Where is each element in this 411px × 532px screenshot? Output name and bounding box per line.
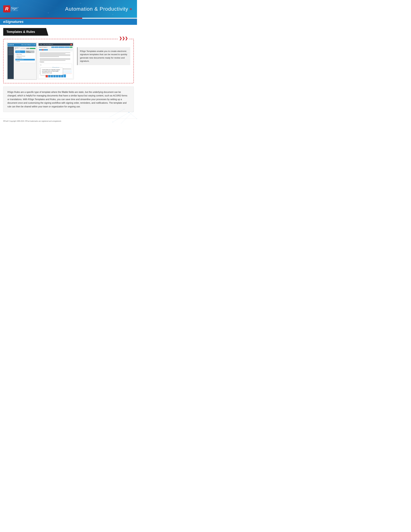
callout-text: Control fields are magically mapped and … — [42, 69, 60, 74]
svg-point-16 — [124, 109, 124, 109]
svg-line-0 — [16, 2, 48, 13]
text-line-8 — [40, 60, 65, 61]
tool-icon-5[interactable] — [45, 49, 46, 50]
logo-r-letter: R — [3, 5, 10, 12]
nav-dot-3 — [11, 44, 12, 45]
logo-text: Sign™ by RPOST — [11, 7, 19, 11]
screenshot-area: Hello, Alice Williams ▼ ⊕ ✖ — [7, 42, 74, 80]
next-btn[interactable]: Next — [70, 47, 72, 48]
sidebar-item-3[interactable] — [8, 51, 13, 52]
dashed-box: ❯❯❯ — [3, 39, 134, 83]
app-body: Template: A - Z — [8, 47, 36, 79]
section-header: Templates & Rules — [3, 28, 48, 36]
text-line-1 — [40, 52, 70, 53]
doc-breadcrumb: Step 2/3: Prepare > — [39, 47, 47, 48]
sidebar-item-5[interactable] — [8, 54, 13, 55]
template-list-screenshot: Hello, Alice Williams ▼ ⊕ ✖ — [7, 42, 37, 80]
nav-dot-1 — [8, 44, 9, 45]
svg-line-12 — [110, 109, 124, 117]
save-draft-btn[interactable] — [30, 48, 36, 49]
app-nav-dots — [8, 44, 14, 45]
logo-bypost: by RPOST — [11, 10, 19, 11]
app-screenshot-2: R Sign Hello, Alice Williams ▼ ✖ Step 2/… — [38, 42, 74, 79]
text-line-2 — [40, 53, 65, 54]
app-sidebar — [8, 47, 14, 79]
right-text-content: RSign Templates enable you to create ele… — [80, 50, 127, 62]
template-item-4[interactable]: NDA Agreement — [15, 59, 35, 61]
doc-header-left: R Sign Hello, Alice Williams ▼ — [39, 44, 53, 45]
icons-toolbar — [38, 49, 73, 51]
esignatures-bar: eSignatures — [0, 19, 137, 25]
page-header: R Sign™ by RPOST Automation & Productivi… — [0, 0, 137, 18]
tool-icon-2[interactable] — [41, 49, 42, 50]
header-title: Automation & Productivity » — [65, 6, 132, 12]
template-item-5[interactable]: Accord — [15, 61, 35, 62]
nav-dot-2 — [10, 44, 11, 45]
sidebar-item-4[interactable] — [8, 52, 13, 54]
doc-header-right: ✖ — [70, 44, 72, 45]
esignatures-label: eSignatures — [3, 20, 24, 24]
text-line-6 — [40, 58, 70, 59]
svg-line-10 — [129, 112, 137, 119]
template-item-3[interactable]: ACORD Pa... — [15, 57, 35, 59]
footer-text: RPost© Copyright 1999-2024. RPost tradem… — [3, 120, 61, 122]
clear-btn[interactable]: Clear — [51, 47, 54, 48]
sidebar-item-1[interactable] — [8, 48, 13, 49]
sidebar-item-2[interactable] — [8, 49, 13, 50]
dashed-box-chevrons: ❯❯❯ — [118, 36, 129, 40]
screenshot-row: Hello, Alice Williams ▼ ⊕ ✖ — [7, 42, 74, 80]
doc-actions: Clear Discard Save as Draft View PDF Nex… — [51, 47, 72, 48]
dropdown-area: Template: A - Z — [15, 48, 36, 49]
tab-master[interactable]: Master Templates — [26, 50, 35, 53]
tool-icon-4[interactable] — [44, 49, 45, 50]
viewpdf-btn[interactable]: View PDF — [65, 47, 69, 48]
section-title: Templates & Rules — [6, 30, 35, 34]
close-btn[interactable]: ✖ — [70, 44, 72, 45]
header-chevrons-icon: » — [130, 6, 132, 11]
header-title-area: Automation & Productivity » — [65, 6, 132, 12]
tab-personal[interactable]: Personal Templates — [15, 50, 25, 53]
callout-box: Control fields are magically mapped and … — [40, 67, 63, 75]
text-line-5 — [40, 56, 59, 57]
svg-line-11 — [121, 111, 134, 124]
app-screenshot-1: Hello, Alice Williams ▼ ⊕ ✖ — [7, 42, 37, 80]
template-item-1[interactable]: Wire Frame — [15, 54, 35, 55]
app-topbar-right: Hello, Alice Williams ▼ ⊕ ✖ — [21, 44, 35, 46]
svg-point-6 — [80, 3, 81, 4]
sort-bar — [20, 48, 26, 49]
right-text-box: RSign Templates enable you to create ele… — [77, 47, 130, 65]
text-line-7 — [40, 59, 70, 60]
main-content: ❯❯❯ — [0, 36, 137, 118]
footer-decoration — [105, 107, 137, 124]
section-header-wrapper: Templates & Rules — [0, 25, 137, 36]
svg-point-14 — [112, 122, 113, 122]
app-main-area: Template: A - Z — [14, 47, 36, 79]
doc-header: R Sign Hello, Alice Williams ▼ ✖ — [38, 43, 73, 46]
logo-container: R Sign™ by RPOST — [3, 5, 19, 12]
template-item-2[interactable]: Medtronic RX Form — [15, 55, 35, 57]
red-chevrons-icon: ❯❯❯ — [119, 36, 128, 40]
app-top-bar: Hello, Alice Williams ▼ ⊕ ✖ — [8, 43, 36, 47]
tool-icon-6[interactable] — [47, 49, 48, 50]
toolbar-btn-1[interactable] — [26, 48, 29, 49]
svg-point-7 — [112, 14, 113, 15]
svg-point-13 — [129, 112, 130, 113]
dashed-box-inner: Hello, Alice Williams ▼ ⊕ ✖ — [7, 42, 130, 80]
tool-icon-1[interactable] — [39, 49, 40, 50]
thumb-8[interactable] — [64, 75, 66, 77]
svg-point-8 — [16, 1, 17, 2]
svg-point-5 — [48, 12, 49, 13]
document-editor-screenshot: R Sign Hello, Alice Williams ▼ ✖ Step 2/… — [38, 42, 74, 79]
action-btns — [26, 48, 36, 49]
svg-line-3 — [32, 1, 65, 10]
footer: RPost© Copyright 1999-2024. RPost tradem… — [0, 118, 137, 124]
draft-btn[interactable]: Save as Draft — [59, 47, 65, 48]
text-line-4 — [40, 55, 70, 56]
sig-label: By: — [40, 65, 71, 66]
svg-line-9 — [113, 112, 129, 122]
bottom-text-content: RSign Rules are a specific type of templ… — [7, 91, 127, 108]
tool-icon-3[interactable] — [42, 49, 43, 50]
doc-text-lines — [40, 52, 72, 61]
discard-btn[interactable]: Discard — [55, 47, 58, 48]
text-line-3 — [40, 54, 70, 55]
